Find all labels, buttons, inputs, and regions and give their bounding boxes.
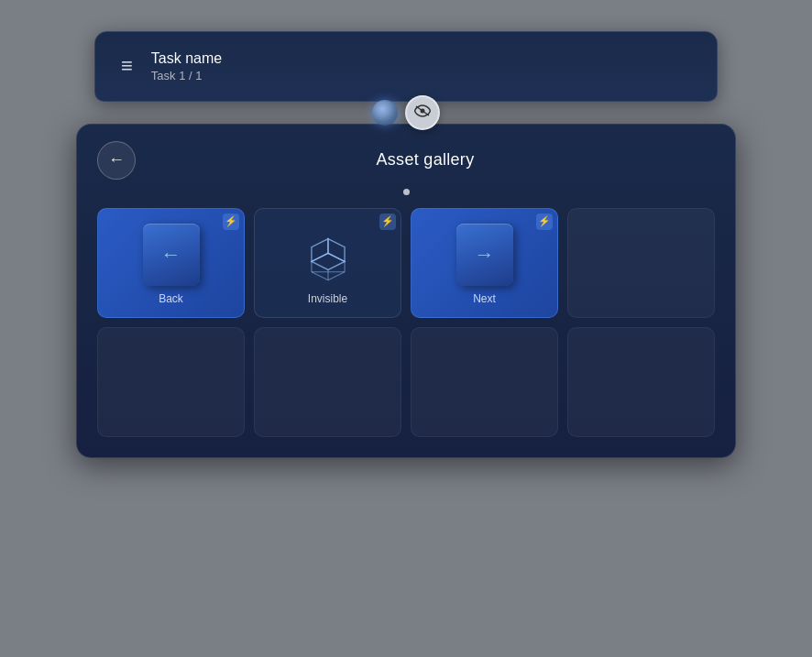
asset-cell-empty-8[interactable]: [567, 327, 715, 437]
svg-marker-2: [311, 253, 344, 269]
asset-cell-empty-4[interactable]: [567, 208, 715, 318]
task-list-icon: ≡: [121, 56, 133, 76]
dot-indicator: [97, 189, 715, 195]
asset-cell-back[interactable]: ⚡ ← Back: [97, 208, 245, 318]
page-dot: [403, 189, 410, 195]
cube-wireframe-icon: [296, 220, 360, 289]
eye-icon: [414, 104, 431, 121]
asset-cell-empty-7[interactable]: [411, 327, 558, 437]
svg-line-1: [416, 106, 429, 115]
back-arrow-icon: ←: [108, 150, 125, 170]
lightning-badge-invisible: ⚡: [379, 214, 396, 230]
svg-line-9: [328, 272, 345, 280]
back-icon-area: ←: [139, 220, 203, 289]
asset-cell-next[interactable]: ⚡ → Next: [411, 208, 558, 318]
gallery-panel: ← Asset gallery ⚡ ← Back ⚡: [76, 124, 736, 458]
next-arrow-card-icon: →: [475, 243, 495, 267]
invisible-label: Invisible: [308, 292, 347, 305]
scene: ≡ Task name Task 1 / 1 ← Asset gallery: [49, 31, 763, 627]
hologram-dot: [372, 100, 398, 126]
invisible-icon-area: [296, 220, 360, 289]
asset-grid: ⚡ ← Back ⚡: [97, 208, 715, 437]
task-counter-label: Task 1 / 1: [151, 69, 222, 82]
connector-area: [351, 100, 461, 126]
next-card: →: [456, 224, 513, 286]
asset-cell-empty-5[interactable]: [97, 327, 245, 437]
gallery-header: ← Asset gallery: [97, 141, 715, 180]
gallery-title: Asset gallery: [136, 150, 715, 170]
svg-marker-4: [328, 239, 345, 262]
next-icon-area: →: [453, 220, 517, 289]
lightning-badge-next: ⚡: [536, 214, 553, 230]
back-card: ←: [143, 224, 200, 286]
back-arrow-card-icon: ←: [161, 243, 181, 267]
visibility-toggle-button[interactable]: [405, 95, 440, 130]
asset-cell-invisible[interactable]: ⚡: [254, 208, 401, 318]
asset-cell-empty-6[interactable]: [254, 327, 401, 437]
gallery-back-button[interactable]: ←: [97, 141, 136, 180]
svg-line-8: [311, 272, 327, 280]
next-label: Next: [473, 292, 496, 305]
task-name-label: Task name: [151, 50, 222, 67]
svg-marker-3: [311, 239, 327, 262]
task-info: Task name Task 1 / 1: [151, 50, 222, 82]
task-panel: ≡ Task name Task 1 / 1: [94, 31, 718, 102]
lightning-badge-back: ⚡: [223, 214, 239, 230]
back-label: Back: [159, 292, 183, 305]
